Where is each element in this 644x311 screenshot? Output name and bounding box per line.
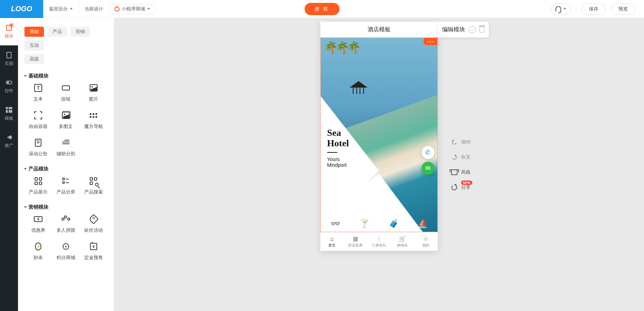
chevron-down-icon bbox=[563, 8, 566, 10]
cell-label: 自由容器 bbox=[29, 123, 48, 130]
nav-rooms[interactable]: ▦舒适客房 bbox=[344, 232, 367, 251]
style-button[interactable]: 风格 bbox=[451, 169, 470, 176]
module-aux-divider[interactable]: 辅助分割 bbox=[52, 138, 80, 157]
nav-home[interactable]: ⌂首页 bbox=[320, 232, 344, 251]
rail-promote[interactable]: 推广 bbox=[0, 128, 18, 155]
tab-product[interactable]: 产品 bbox=[48, 27, 67, 37]
module-cube-nav[interactable]: 魔方导航 bbox=[80, 111, 107, 130]
topbar-right: 保存 预览 bbox=[551, 3, 644, 15]
support-button[interactable] bbox=[551, 4, 571, 14]
rail-modules[interactable]: 模块 bbox=[0, 18, 18, 45]
nav-label: 首页 bbox=[328, 243, 335, 248]
module-group-buy[interactable]: 多人拼团 bbox=[52, 215, 80, 234]
logo: LOGO bbox=[0, 0, 43, 18]
redo-button[interactable]: 恢复 bbox=[451, 154, 470, 160]
panel-tabs: 基础 产品 营销 互动 bbox=[24, 27, 107, 50]
module-free-container[interactable]: 自由容器 bbox=[24, 111, 52, 130]
section-title: 营销模块 bbox=[28, 204, 49, 210]
edit-module-popup: 编辑模块 ⌄ bbox=[438, 22, 489, 37]
chevron-down-circle-icon[interactable]: ⌄ bbox=[469, 26, 476, 33]
share-icon bbox=[451, 185, 457, 190]
trash-icon[interactable] bbox=[479, 27, 485, 32]
megaphone-icon bbox=[7, 135, 11, 139]
panel-tabs-row2: 高级 bbox=[24, 54, 107, 64]
edit-module-label[interactable]: 编辑模块 bbox=[442, 26, 465, 34]
rail-label: 控件 bbox=[5, 88, 13, 94]
preview-button[interactable]: 预览 bbox=[611, 3, 635, 15]
cell-label: 按钮 bbox=[61, 96, 71, 102]
module-deposit-presale[interactable]: 定金预售 bbox=[80, 242, 107, 261]
design-selector[interactable]: 小程序商城 bbox=[109, 0, 161, 18]
triangle-icon bbox=[24, 75, 27, 77]
float-wechat-button[interactable]: ✉ bbox=[422, 162, 434, 175]
cell-label: 辅助分割 bbox=[57, 151, 75, 157]
module-image[interactable]: 图片 bbox=[80, 84, 107, 102]
rtool-label: 风格 bbox=[461, 169, 470, 176]
rail-label: 推广 bbox=[5, 143, 13, 149]
search-icon bbox=[95, 183, 99, 186]
nav-booking[interactable]: ♢订房有礼 bbox=[367, 232, 391, 251]
nav-cart[interactable]: 🛒购物车 bbox=[391, 232, 414, 251]
headset-icon bbox=[555, 6, 561, 12]
phone-body[interactable]: 🌴🌴🌴 SeaHotel YoursMindport ✆ ✉ 👓 🍸 🧳 ⛵ bbox=[320, 37, 438, 232]
topbar: LOGO 返回后台 当前设计 小程序商城 授 权 保存 预览 bbox=[0, 0, 644, 18]
share-button[interactable]: 分享NEW bbox=[451, 184, 470, 191]
module-multi-image[interactable]: 多图文 bbox=[52, 111, 80, 130]
gift-icon bbox=[63, 243, 69, 250]
grid-dots-icon bbox=[90, 113, 97, 118]
module-bargain[interactable]: 砍价活动 bbox=[80, 215, 107, 234]
grid4-icon bbox=[35, 177, 42, 185]
nav-label: 我的 bbox=[422, 243, 429, 248]
rail-label: 页面 bbox=[5, 61, 13, 67]
module-seckill[interactable]: ⚡秒杀 bbox=[24, 242, 52, 261]
nav-mine[interactable]: ☺我的 bbox=[414, 232, 437, 251]
beach-hut bbox=[350, 81, 368, 94]
section-product-header[interactable]: 产品模块 bbox=[24, 166, 107, 172]
module-points-mall[interactable]: 积分商城 bbox=[52, 242, 80, 261]
float-phone-button[interactable]: ✆ bbox=[422, 146, 434, 159]
shirt-icon bbox=[451, 169, 458, 175]
back-to-admin[interactable]: 返回后台 bbox=[43, 0, 79, 18]
goggles-icon: 👓 bbox=[330, 219, 340, 228]
cell-label: 秒杀 bbox=[33, 254, 43, 261]
undo-button[interactable]: 撤销 bbox=[451, 139, 470, 145]
phone-header: 酒店模板 编辑模块 ⌄ bbox=[320, 22, 438, 37]
module-product-category[interactable]: 产品分类 bbox=[52, 177, 80, 195]
save-button[interactable]: 保存 bbox=[581, 3, 606, 15]
edit-handle[interactable] bbox=[424, 38, 437, 45]
module-scroll-notice[interactable]: 滚动公告 bbox=[24, 138, 52, 157]
people-icon bbox=[62, 216, 70, 223]
nav-label: 购物车 bbox=[397, 243, 408, 248]
module-product-display[interactable]: 产品展示 bbox=[24, 177, 52, 195]
list-icon bbox=[62, 178, 69, 184]
module-button[interactable]: 按钮 bbox=[52, 84, 80, 102]
palm-trees: 🌴🌴🌴 bbox=[324, 41, 358, 54]
canvas[interactable]: 酒店模板 编辑模块 ⌄ 🌴🌴🌴 SeaHotel YoursMindport ✆… bbox=[114, 18, 644, 311]
module-text[interactable]: T文本 bbox=[24, 84, 52, 102]
rail-templates[interactable]: 模板 bbox=[0, 100, 18, 128]
home-icon: ⌂ bbox=[330, 236, 334, 242]
divider bbox=[576, 5, 576, 13]
current-design: 当前设计 bbox=[79, 0, 109, 18]
current-design-label: 当前设计 bbox=[85, 6, 103, 12]
section-marketing-header[interactable]: 营销模块 bbox=[24, 204, 107, 210]
module-product-search[interactable]: 产品搜索 bbox=[80, 177, 107, 195]
tab-basic[interactable]: 基础 bbox=[24, 27, 44, 37]
rail-controls[interactable]: 控件 bbox=[0, 73, 18, 100]
module-coupon[interactable]: ¥优惠券 bbox=[24, 215, 52, 234]
tab-marketing[interactable]: 营销 bbox=[71, 27, 90, 37]
section-basic-header[interactable]: 基础模块 bbox=[24, 73, 107, 79]
bolt-icon: ⚡ bbox=[35, 243, 41, 250]
container-icon bbox=[34, 111, 42, 119]
cell-label: 多人拼团 bbox=[57, 227, 75, 234]
right-toolbar: 撤销 恢复 风格 分享NEW bbox=[451, 139, 470, 191]
rtool-label: 撤销 bbox=[461, 139, 470, 145]
tab-interactive[interactable]: 互动 bbox=[24, 40, 44, 50]
design-pill[interactable]: 小程序商城 bbox=[109, 4, 156, 14]
cell-label: 产品搜索 bbox=[84, 189, 103, 195]
authorize-button[interactable]: 授 权 bbox=[305, 3, 340, 15]
tab-advanced[interactable]: 高级 bbox=[24, 54, 44, 64]
rail-pages[interactable]: 页面 bbox=[0, 45, 18, 73]
cell-label: 魔方导航 bbox=[84, 123, 103, 130]
cell-label: 文本 bbox=[33, 96, 43, 102]
